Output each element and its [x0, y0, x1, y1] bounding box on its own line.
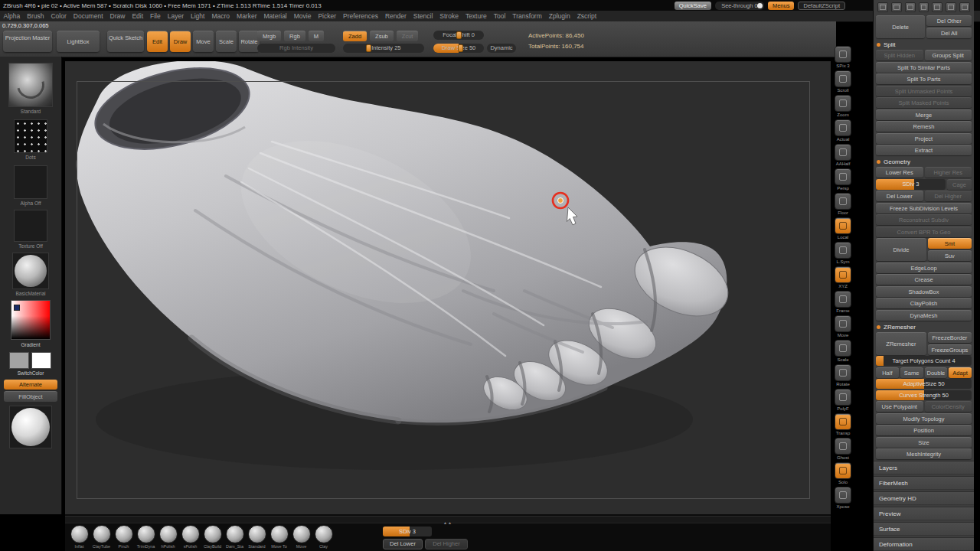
- quick-brush-move[interactable]: Move: [290, 525, 312, 549]
- modify-topology-button[interactable]: Modify Topology: [876, 413, 972, 424]
- menu-stroke[interactable]: Stroke: [436, 12, 462, 20]
- strip-rotate[interactable]: Rotate: [835, 364, 851, 386]
- use-polypaint-button[interactable]: Use Polypaint: [876, 401, 923, 412]
- zsub-button[interactable]: Zsub: [370, 31, 394, 41]
- z-intensity-slider[interactable]: Z Intensity 25: [343, 44, 424, 53]
- freezegroups-button[interactable]: FreezeGroups: [928, 344, 972, 355]
- ghost-icon[interactable]: [835, 438, 851, 455]
- target-polygons-count-4-slider[interactable]: Target Polygons Count 4: [876, 356, 972, 366]
- spolish-brush-icon[interactable]: [181, 525, 200, 543]
- menu-material[interactable]: Material: [260, 12, 290, 20]
- l-sym-icon[interactable]: [835, 242, 851, 259]
- default-zscript-button[interactable]: DefaultZScript: [798, 2, 845, 10]
- zremesher-button[interactable]: ZRemesher: [876, 332, 926, 355]
- geometry-hd-subpalette[interactable]: Geometry HD: [874, 491, 974, 505]
- projection-master-button[interactable]: Projection Master: [3, 31, 52, 52]
- quick-brush-spolish[interactable]: sPolish: [179, 525, 201, 549]
- preview-subpalette[interactable]: Preview: [874, 507, 974, 520]
- mrgb-button[interactable]: Mrgb: [257, 31, 281, 41]
- quick-brush-pinch[interactable]: Pinch: [113, 525, 135, 549]
- cage-button[interactable]: Cage: [947, 179, 972, 190]
- dynamesh-button[interactable]: DynaMesh: [876, 310, 972, 321]
- remesh-button[interactable]: Remesh: [876, 121, 972, 132]
- fill-object-button[interactable]: FillObject: [4, 391, 57, 402]
- actual-icon[interactable]: [835, 119, 851, 136]
- menu-zplugin[interactable]: Zplugin: [545, 12, 573, 20]
- solo-icon[interactable]: [835, 462, 851, 479]
- menu-alpha[interactable]: Alpha: [0, 12, 24, 20]
- strip-solo[interactable]: Solo: [835, 462, 851, 484]
- hpolish-brush-icon[interactable]: [159, 525, 178, 543]
- secondary-color-swatch[interactable]: [31, 352, 51, 369]
- trimdyna-brush-icon[interactable]: [137, 525, 155, 543]
- move-brush-icon[interactable]: [292, 525, 311, 543]
- palette-shortcut-icon[interactable]: [959, 2, 970, 12]
- m-button[interactable]: M: [309, 31, 324, 41]
- alternate-button[interactable]: Alternate: [4, 380, 57, 390]
- current-brush-thumbnail[interactable]: [8, 63, 53, 107]
- palette-shortcut-icon[interactable]: [919, 2, 929, 12]
- merge-button[interactable]: Merge: [876, 109, 972, 120]
- quick-brush-claybuild[interactable]: ClayBuild: [201, 525, 224, 549]
- menu-macro[interactable]: Macro: [208, 12, 234, 20]
- split-to-similar-parts-button[interactable]: Split To Similar Parts: [876, 62, 972, 73]
- curves-strength-50-slider[interactable]: Curves Strength 50: [876, 390, 972, 400]
- persp-icon[interactable]: [835, 168, 851, 185]
- strip-l-sym[interactable]: L.Sym: [835, 242, 851, 264]
- split-masked-points-button[interactable]: Split Masked Points: [876, 97, 972, 108]
- zcut-button[interactable]: Zcut: [397, 31, 419, 41]
- move-mode-button[interactable]: Move: [193, 31, 214, 52]
- menu-zscript[interactable]: Zscript: [573, 12, 600, 20]
- quick-brush-trimdyna[interactable]: TrimDyna: [135, 525, 157, 549]
- menu-document[interactable]: Document: [70, 12, 106, 20]
- strip-floor[interactable]: Floor: [835, 193, 851, 215]
- dam-sta-brush-icon[interactable]: [226, 525, 244, 543]
- quick-brush-dam-sta[interactable]: Dam_Sta: [224, 525, 246, 549]
- position-button[interactable]: Position: [876, 425, 972, 435]
- sdiv-3-slider[interactable]: SDiv 3: [876, 179, 946, 190]
- strip-spix-3[interactable]: SPix 3: [835, 46, 851, 68]
- higher-res-button[interactable]: Higher Res: [925, 167, 972, 178]
- local-icon[interactable]: [835, 217, 851, 234]
- menu-marker[interactable]: Marker: [234, 12, 260, 20]
- strip-scale[interactable]: Scale: [835, 340, 851, 362]
- delete-button[interactable]: Delete: [876, 15, 925, 38]
- transp-icon[interactable]: [835, 413, 851, 430]
- split-hidden-button[interactable]: Split Hidden: [876, 50, 923, 60]
- menu-light[interactable]: Light: [188, 12, 208, 20]
- del-higher-button[interactable]: Del Higher: [925, 191, 972, 201]
- current-tool-thumbnail[interactable]: [9, 406, 52, 448]
- move-to-brush-icon[interactable]: [270, 525, 289, 543]
- quick-brush-inflat[interactable]: Inflat: [68, 525, 90, 549]
- zadd-button[interactable]: Zadd: [343, 31, 367, 41]
- menu-stencil[interactable]: Stencil: [410, 12, 436, 20]
- palette-shortcut-icon[interactable]: [891, 2, 902, 12]
- edgeloop-button[interactable]: EdgeLoop: [876, 262, 972, 273]
- claypolish-button[interactable]: ClayPolish: [876, 298, 972, 308]
- del-other-button[interactable]: Del Other: [926, 15, 972, 26]
- see-through-slider[interactable]: See-through 0: [715, 2, 764, 10]
- palette-shortcut-icon[interactable]: [877, 2, 888, 12]
- strip-frame[interactable]: Frame: [835, 291, 851, 313]
- floor-icon[interactable]: [835, 193, 851, 210]
- project-button[interactable]: Project: [876, 133, 972, 144]
- reconstruct-subdiv-button[interactable]: Reconstruct Subdiv: [876, 214, 972, 225]
- menu-color[interactable]: Color: [47, 12, 70, 20]
- extract-button[interactable]: Extract: [876, 145, 972, 155]
- claybuild-brush-icon[interactable]: [204, 525, 222, 543]
- quick-brush-hpolish[interactable]: hPolish: [157, 525, 179, 549]
- spix-3-icon[interactable]: [835, 46, 851, 63]
- pinch-brush-icon[interactable]: [115, 525, 133, 543]
- edit-mode-button[interactable]: Edit: [147, 31, 168, 52]
- size-button[interactable]: Size: [876, 437, 972, 448]
- current-alpha-thumbnail[interactable]: [14, 165, 47, 199]
- color-picker[interactable]: [11, 300, 51, 340]
- palette-shortcut-icon[interactable]: [946, 2, 956, 12]
- bottom-del-higher-button[interactable]: Del Higher: [425, 539, 468, 549]
- quick-sketch-button[interactable]: Quick Sketch: [107, 31, 144, 52]
- adaptivesize-50-slider[interactable]: AdaptiveSize 50: [876, 379, 972, 389]
- standard-brush-icon[interactable]: [248, 525, 266, 543]
- quick-brush-move-to[interactable]: Move To: [268, 525, 290, 549]
- freezeborder-button[interactable]: FreezeBorder: [928, 332, 972, 343]
- current-texture-thumbnail[interactable]: [14, 210, 47, 242]
